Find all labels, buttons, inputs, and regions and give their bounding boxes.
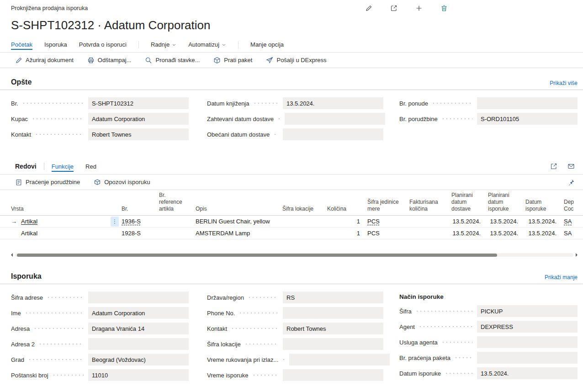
- col-planirani-datum-dostave[interactable]: Planirani datum dostave: [448, 190, 484, 216]
- col-vrsta[interactable]: Vrsta: [0, 190, 110, 216]
- datum-knjizenja-input[interactable]: 13.5.2024.: [283, 97, 383, 109]
- col-sifra-lokacije[interactable]: Šifra lokacije: [279, 190, 323, 216]
- table-header-row: Vrsta Br. Br. reference artikla Opis Šif…: [0, 190, 583, 216]
- vrsta-link[interactable]: Artikal: [21, 218, 37, 225]
- dotted-leader: [28, 359, 84, 360]
- lines-table: Vrsta Br. Br. reference artikla Opis Šif…: [0, 190, 583, 239]
- description-cell[interactable]: BERLIN Guest Chair, yellow: [192, 216, 279, 228]
- phone-no-input[interactable]: [283, 307, 383, 319]
- vreme-isporuke-input[interactable]: [283, 369, 383, 381]
- scroll-left-arrow[interactable]: [11, 253, 13, 257]
- kupac-input[interactable]: Adatum Corporation: [88, 113, 189, 125]
- col-planirani-datum-isporuke[interactable]: Planirani datum isporuke: [484, 190, 522, 216]
- obecani-datum-dostave-input[interactable]: [283, 128, 383, 140]
- field-adresa: Adresa Dragana Vranića 14: [11, 321, 189, 336]
- mail-icon[interactable]: [567, 163, 575, 170]
- dotted-leader: [244, 344, 278, 344]
- lines-tab-funkcije[interactable]: Funkcije: [52, 159, 74, 174]
- col-datum-isporuke[interactable]: Datum isporuke: [522, 190, 560, 216]
- zahtevani-datum-dostave-input[interactable]: [285, 113, 385, 125]
- adresa-2-input[interactable]: [88, 338, 189, 350]
- col-fakturisana-kolicina[interactable]: Fakturisana količina: [406, 190, 448, 216]
- lines-separator: [44, 163, 44, 170]
- sifra-lokacije-input[interactable]: [283, 338, 383, 350]
- send-icon: [266, 57, 273, 64]
- action-bar: Ažuriraj dokument Odštampaj... Pronađi s…: [0, 53, 583, 68]
- show-more-link[interactable]: Prikaži više: [550, 80, 578, 86]
- find-entries-button[interactable]: Pronađi stavke...: [145, 57, 200, 64]
- usluga-agenta-input[interactable]: [477, 336, 578, 348]
- drzava-region-input[interactable]: RS: [283, 291, 383, 303]
- share-icon[interactable]: [550, 163, 557, 170]
- agent-input[interactable]: DEXPRESS: [477, 321, 578, 333]
- update-document-button[interactable]: Ažuriraj dokument: [15, 57, 74, 64]
- datum-isporuke-nacin-input[interactable]: 13.5.2024.: [477, 367, 578, 379]
- print-button[interactable]: Odštampaj...: [87, 57, 132, 64]
- ime-input[interactable]: Adatum Corporation: [88, 307, 189, 319]
- qty-cell[interactable]: 1: [323, 228, 364, 239]
- dotted-leader: [22, 103, 84, 104]
- adresa-input[interactable]: Dragana Vranića 14: [88, 323, 189, 334]
- dep-link[interactable]: SA: [564, 218, 572, 225]
- field-sifra-lokacije: Šifra lokacije: [207, 336, 383, 352]
- tab-manje-opcija[interactable]: Manje opcija: [250, 37, 284, 52]
- field-datum-isporuke-nacin: Datum isporuke 13.5.2024.: [399, 366, 578, 381]
- qty-cell[interactable]: 1: [323, 216, 364, 228]
- col-kolicina[interactable]: Količina: [323, 190, 364, 216]
- delete-icon[interactable]: [440, 5, 448, 12]
- vreme-rukovanja-input[interactable]: [289, 354, 390, 366]
- sifra-adrese-input[interactable]: [88, 291, 189, 303]
- field-br-porudzbine: Br. porudžbine S-ORD101105: [399, 111, 578, 127]
- field-drzava-region: Država/region RS: [207, 290, 383, 305]
- cell-menu-button[interactable]: ⋮: [111, 217, 119, 227]
- field-usluga-agenta: Usluga agenta: [399, 334, 578, 350]
- menu-separator: [138, 41, 139, 48]
- add-icon[interactable]: [415, 5, 423, 12]
- edit-icon[interactable]: [365, 5, 372, 12]
- kontakt-input[interactable]: Robert Townes: [88, 128, 189, 140]
- dotted-leader: [33, 328, 84, 329]
- col-sifra-jedinice-mere[interactable]: Šifra jedinice mere: [364, 190, 406, 216]
- postanski-broj-input[interactable]: 11010: [88, 369, 189, 381]
- description-cell[interactable]: AMSTERDAM Lamp: [192, 228, 279, 239]
- tab-isporuka[interactable]: Isporuka: [44, 37, 67, 52]
- dotted-leader: [419, 326, 472, 327]
- table-row[interactable]: →Artikal ⋮1936-S BERLIN Guest Chair, yel…: [0, 216, 583, 228]
- br-ponude-input[interactable]: [477, 97, 578, 109]
- tab-pocetak[interactable]: Početak: [11, 37, 32, 52]
- item-no-link[interactable]: 1936-S: [122, 218, 141, 225]
- uom-link[interactable]: PCS: [367, 218, 380, 225]
- field-br: Br. S-SHPT102312: [11, 95, 189, 111]
- order-tracking-button[interactable]: Praćenje porudžbine: [15, 179, 80, 186]
- grad-input[interactable]: Beograd (Voždovac): [88, 354, 189, 366]
- tab-automatizuj[interactable]: Automatizuj: [188, 37, 226, 52]
- lines-tab-red[interactable]: Red: [85, 159, 96, 174]
- track-package-button[interactable]: Prati paket: [213, 57, 252, 64]
- horizontal-scrollbar[interactable]: [11, 251, 578, 259]
- item-no-cell[interactable]: 1928-S: [110, 228, 155, 239]
- table-row[interactable]: Artikal 1928-S AMSTERDAM Lamp 1 PCS 13.5…: [0, 228, 583, 239]
- tab-radnje[interactable]: Radnje: [151, 37, 176, 52]
- br-input[interactable]: S-SHPT102312: [88, 97, 189, 109]
- tab-potvrda-o-isporuci[interactable]: Potvrda o isporuci: [79, 37, 127, 52]
- col-dep-coc[interactable]: Dep Coc: [560, 190, 583, 216]
- scrollbar-thumb[interactable]: [17, 254, 497, 257]
- sifra-nacin-input[interactable]: PICKUP: [477, 305, 578, 317]
- page-caption: Proknjižena prodajna isporuka: [11, 5, 88, 11]
- br-pracenja-paketa-input[interactable]: [477, 352, 578, 364]
- share-icon[interactable]: [390, 5, 398, 12]
- scroll-right-arrow[interactable]: [576, 253, 578, 257]
- lines-table-container: Vrsta Br. Br. reference artikla Opis Šif…: [0, 190, 583, 239]
- br-porudzbine-input[interactable]: S-ORD101105: [477, 113, 578, 125]
- field-agent: Agent DEXPRESS: [399, 319, 578, 334]
- kontakt-isporuka-input[interactable]: Robert Townes: [283, 323, 383, 334]
- scrollbar-track[interactable]: [15, 253, 573, 257]
- undo-shipment-button[interactable]: Opozovi isporuku: [94, 179, 150, 186]
- col-opis[interactable]: Opis: [192, 190, 279, 216]
- col-br[interactable]: Br.: [110, 190, 155, 216]
- show-less-link[interactable]: Prikaži manje: [545, 274, 578, 281]
- pin-icon[interactable]: [567, 179, 575, 186]
- field-postanski-broj: Poštanski broj 11010: [11, 367, 189, 383]
- send-to-dexpress-button[interactable]: Pošalji u DExpress: [266, 57, 326, 64]
- col-br-reference-artikla[interactable]: Br. reference artikla: [155, 190, 192, 216]
